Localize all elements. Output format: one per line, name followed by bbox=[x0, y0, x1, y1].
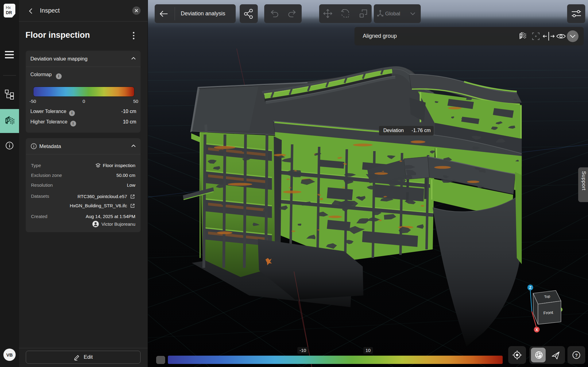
svg-text:X: X bbox=[536, 328, 538, 332]
svg-text:Z: Z bbox=[529, 286, 531, 290]
svg-text:Front: Front bbox=[543, 310, 553, 315]
svg-text:Top: Top bbox=[544, 294, 550, 299]
